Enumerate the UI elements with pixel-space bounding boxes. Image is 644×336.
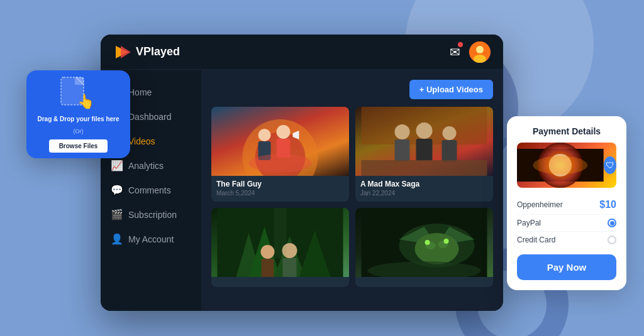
sidebar-label-home: Home: [128, 87, 152, 97]
video-thumb-4: [355, 208, 493, 277]
comments-icon: 💬: [111, 184, 122, 196]
sidebar-label-dashboard: Dashboard: [128, 112, 172, 122]
avatar[interactable]: [469, 41, 491, 63]
svg-point-48: [533, 156, 587, 175]
drag-or-text: (Or): [74, 128, 84, 134]
video-info-4: [355, 277, 493, 287]
vplayed-logo-icon: [113, 43, 131, 61]
mail-button[interactable]: ✉: [450, 45, 460, 60]
video-thumb-1: [211, 107, 349, 176]
payment-widget: Payment Details 🛡 Oppenheimer $10 PayPal: [507, 116, 626, 290]
sidebar-label-comments: Comments: [128, 185, 171, 195]
sidebar-label-analytics: Analytics: [128, 161, 164, 171]
drag-icon-area: 👆: [60, 76, 97, 107]
sidebar-item-subscription[interactable]: 🎬 Subscription: [101, 202, 201, 227]
creditcard-radio[interactable]: [608, 236, 616, 244]
video-date-2: Jan 22,2024: [360, 190, 488, 197]
video-info-3: [211, 277, 349, 287]
payment-card-image: 🛡: [517, 143, 616, 188]
video-grid: The Fall Guy March 5,2024: [211, 107, 493, 287]
drag-drop-widget[interactable]: 👆 Drag & Drop your files here (Or) Brows…: [26, 70, 130, 158]
video-card-2[interactable]: A Mad Max Saga Jan 22,2024: [355, 107, 493, 202]
video-card-3[interactable]: [211, 208, 349, 287]
video-card-4[interactable]: [355, 208, 493, 287]
video-title-1: The Fall Guy: [216, 180, 344, 188]
svg-rect-19: [442, 140, 457, 162]
upload-videos-button[interactable]: + Upload Videos: [409, 80, 493, 99]
drag-illustration: 👆: [60, 76, 97, 110]
movie-card-thumbnail: [517, 143, 604, 188]
svg-rect-17: [416, 139, 433, 161]
drag-text: Drag & Drop your files here: [37, 115, 119, 123]
payment-movie-label: Oppenheimer: [517, 200, 563, 209]
dragon-poster: [355, 208, 493, 277]
video-thumb-3: [211, 208, 349, 277]
video-info-2: A Mad Max Saga Jan 22,2024: [355, 176, 493, 202]
svg-point-18: [443, 126, 457, 140]
svg-rect-15: [395, 139, 410, 161]
app-window: VPlayed ✉ 🏠 Home: [101, 35, 503, 311]
sidebar-label-videos: Videos: [128, 136, 155, 146]
payment-row-movie: Oppenheimer $10: [517, 195, 616, 215]
analytics-icon: 📈: [111, 160, 122, 171]
svg-point-26: [261, 245, 275, 259]
video-card-1[interactable]: The Fall Guy March 5,2024: [211, 107, 349, 202]
payment-creditcard-label: Credit Card: [517, 236, 555, 244]
sidebar-item-my-account[interactable]: 👤 My Account: [101, 227, 201, 251]
browse-files-button[interactable]: Browse Files: [49, 139, 108, 153]
sidebar-label-my-account: My Account: [128, 234, 174, 244]
fall-guy-poster: [211, 107, 349, 176]
green-movie-1-poster: [211, 208, 349, 277]
logo-area: VPlayed: [113, 43, 180, 61]
payment-title: Payment Details: [517, 126, 616, 136]
my-account-icon: 👤: [111, 233, 122, 245]
main-content: + Upload Videos: [201, 70, 503, 311]
subscription-icon: 🎬: [111, 209, 122, 220]
svg-rect-20: [362, 160, 487, 176]
svg-point-3: [476, 46, 484, 53]
svg-point-39: [444, 239, 449, 244]
svg-marker-1: [121, 46, 131, 58]
sidebar-label-subscription: Subscription: [128, 210, 177, 220]
video-info-1: The Fall Guy March 5,2024: [211, 176, 349, 202]
video-date-1: March 5,2024: [216, 190, 344, 197]
sidebar-item-comments[interactable]: 💬 Comments: [101, 178, 201, 202]
logo-text: VPlayed: [136, 45, 180, 58]
mail-badge: [458, 42, 463, 47]
svg-text:👆: 👆: [77, 93, 95, 110]
pay-now-button[interactable]: Pay Now: [517, 254, 616, 280]
video-title-2: A Mad Max Saga: [360, 180, 488, 188]
video-thumb-2: [355, 107, 493, 176]
svg-rect-29: [283, 258, 297, 277]
payment-row-paypal[interactable]: PayPal: [517, 215, 616, 232]
paypal-radio[interactable]: [608, 219, 616, 227]
svg-point-9: [277, 125, 291, 139]
svg-rect-30: [274, 208, 287, 258]
payment-paypal-label: PayPal: [517, 219, 541, 227]
svg-point-14: [395, 124, 410, 139]
app-body: 🏠 Home ⊞ Dashboard ▶ Videos 📈 Analytics …: [101, 70, 503, 311]
svg-point-16: [416, 122, 433, 139]
payment-row-creditcard[interactable]: Credit Card: [517, 232, 616, 248]
mail-icon: ✉: [450, 45, 460, 59]
header-right: ✉: [450, 41, 491, 63]
shield-badge: 🛡: [604, 156, 616, 174]
svg-point-38: [425, 240, 430, 245]
svg-point-12: [249, 154, 312, 173]
app-header: VPlayed ✉: [101, 35, 503, 70]
svg-point-35: [415, 233, 459, 264]
svg-rect-27: [262, 259, 274, 277]
mad-max-poster: [355, 107, 493, 176]
payment-amount: $10: [599, 199, 616, 210]
svg-point-7: [258, 129, 271, 141]
